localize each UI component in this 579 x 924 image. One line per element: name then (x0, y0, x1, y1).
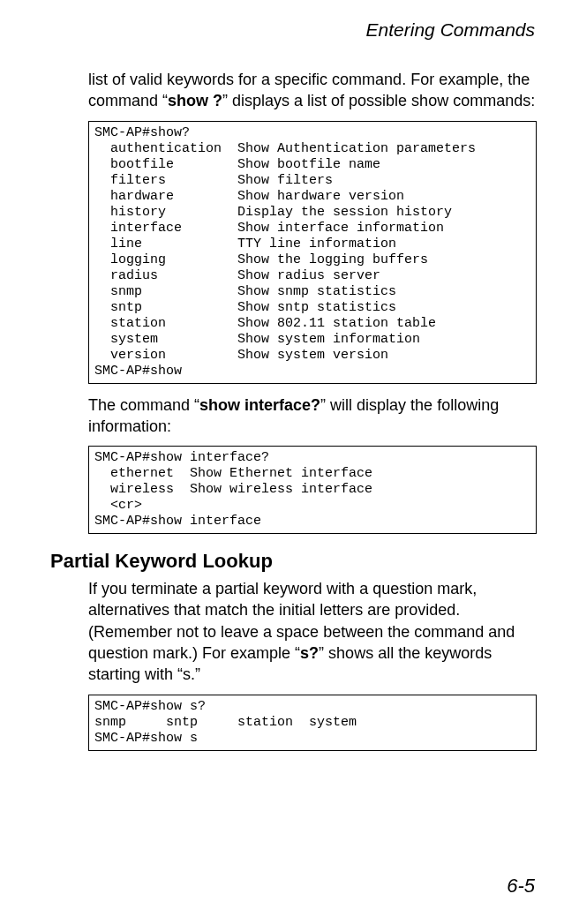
paragraph-1: list of valid keywords for a specific co… (46, 69, 537, 112)
paragraph-1-bold: show ? (168, 92, 222, 109)
paragraph-1-post: ” displays a list of possible show comma… (222, 92, 535, 109)
paragraph-3-bold: s? (300, 644, 319, 662)
paragraph-2-pre: The command “ (88, 396, 199, 414)
code-block-show-s: SMC-AP#show s? snmp sntp station system … (88, 695, 537, 751)
paragraph-2: The command “show interface?” will displ… (46, 394, 537, 438)
code-block-show-interface: SMC-AP#show interface? ethernet Show Eth… (88, 446, 537, 534)
section-heading-partial-keyword-lookup: Partial Keyword Lookup (46, 550, 537, 573)
paragraph-2-bold: show interface? (199, 396, 320, 414)
paragraph-3: If you terminate a partial keyword with … (46, 578, 537, 685)
page-number: 6-5 (507, 875, 535, 898)
page-header: Entering Commands (46, 19, 537, 41)
code-block-show: SMC-AP#show? authentication Show Authent… (88, 121, 537, 384)
